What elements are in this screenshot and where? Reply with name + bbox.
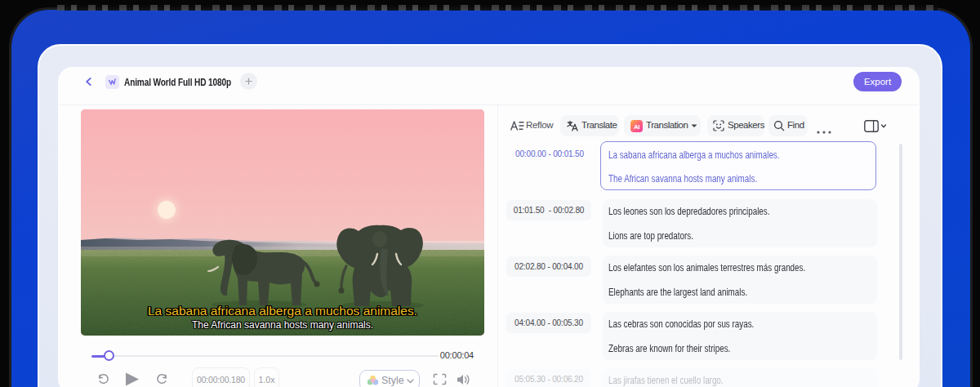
svg-text:AI: AI bbox=[634, 122, 639, 130]
